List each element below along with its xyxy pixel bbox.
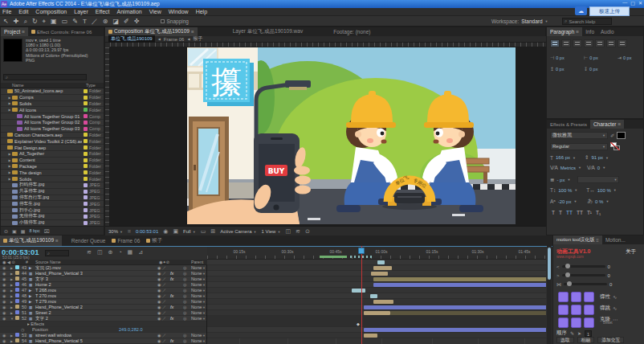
layer-row[interactable]: ◉▶53▦street wall window◉ ／◎None▼ xyxy=(0,333,206,338)
snapping-checkbox[interactable] xyxy=(161,19,165,23)
shape-tool[interactable]: ▭ xyxy=(62,16,68,27)
layer-duration-bar[interactable] xyxy=(371,272,388,276)
align-right-button[interactable] xyxy=(573,39,582,47)
chevron-down-icon[interactable]: ▼ xyxy=(202,282,206,288)
menu-composition[interactable]: Composition xyxy=(35,9,67,14)
layer-row[interactable]: ◉▶48▶T 270.mov◉ ／fx◎None▼ xyxy=(0,293,206,299)
vertical-scale-value[interactable]: 100 % xyxy=(558,188,572,193)
fx-badge[interactable]: fx xyxy=(170,305,173,310)
layer-duration-bar[interactable] xyxy=(352,289,365,293)
layer-duration-bar[interactable] xyxy=(364,328,546,332)
layer-duration-bar[interactable] xyxy=(373,277,546,281)
switch-icons[interactable]: ◉ ／ xyxy=(157,293,166,299)
ease-both-slider-knob[interactable] xyxy=(567,281,572,286)
justify-last-right-button[interactable] xyxy=(606,39,616,47)
space-before-field[interactable]: ↥0 px xyxy=(550,66,564,72)
effects-group-label[interactable]: ▸ Effects xyxy=(27,321,44,327)
time-ruler[interactable]: 00:15s00:30s00:45s01:00s01:15s01:30s01:4… xyxy=(207,247,546,260)
layer-name[interactable]: T 270.mov xyxy=(35,293,56,299)
project-item-row[interactable]: ▶CompsFolder xyxy=(1,95,104,101)
layer-name[interactable]: T 268.mov xyxy=(35,288,56,293)
new-folder-icon[interactable]: ▣ xyxy=(12,228,17,234)
motion-grid-cell[interactable] xyxy=(571,292,581,302)
chevron-down-icon[interactable]: ▼ xyxy=(202,265,206,271)
parent-value[interactable]: None xyxy=(191,310,202,316)
tab-layer[interactable]: Layer 单位飞,成品190109.wav xyxy=(230,27,306,36)
breadcrumb-sub[interactable]: 猴子 xyxy=(194,35,203,43)
interpret-footage-icon[interactable]: ⊙ xyxy=(4,228,8,234)
resolution-select[interactable]: Full▼ xyxy=(183,229,196,234)
twirl-icon[interactable]: ▶ xyxy=(10,299,13,305)
workspace-selector[interactable]: Workspace: Standard ▼ xyxy=(491,16,548,27)
current-time-indicator-line[interactable] xyxy=(361,246,362,344)
eye-icon[interactable]: ◉ xyxy=(2,265,6,271)
fx-badge[interactable]: fx xyxy=(170,276,173,282)
selection-tool[interactable]: ↖ xyxy=(3,16,9,27)
breadcrumb-comp[interactable]: 单位飞,成品190109 xyxy=(108,35,155,43)
project-search-input[interactable]: ⌕ xyxy=(3,74,87,80)
motion-grid-cell[interactable] xyxy=(584,305,594,315)
magnification-select[interactable]: 30%▼ xyxy=(108,229,123,234)
eye-icon[interactable]: ◉ xyxy=(2,338,6,344)
layer-row[interactable]: ◉▶50▦Hand_Phone_Vertical 2◉ ／fx◎None▼ xyxy=(0,305,206,310)
ease-out-slider-track[interactable] xyxy=(562,274,605,276)
faux-style-button[interactable]: T xyxy=(552,210,555,215)
parent-value[interactable]: None xyxy=(191,271,202,276)
fx-badge[interactable]: fx xyxy=(170,338,173,344)
scrollbar-thumb[interactable] xyxy=(548,248,551,280)
eraser-tool[interactable]: ◪ xyxy=(113,16,120,27)
label-color-chip[interactable] xyxy=(84,121,88,125)
label-color-chip[interactable] xyxy=(15,299,19,303)
twirl-icon[interactable]: ▶ xyxy=(10,293,13,299)
maximize-button[interactable]: ▢ xyxy=(630,0,635,6)
label-color-chip[interactable] xyxy=(84,190,88,194)
chevron-down-icon[interactable]: ▼ xyxy=(202,299,206,305)
eye-icon[interactable]: ◉ xyxy=(2,282,6,288)
roto-brush-tool[interactable]: ✐ xyxy=(124,16,129,27)
eyedropper-icon[interactable]: ✐ xyxy=(610,133,614,139)
parent-value[interactable]: None xyxy=(191,338,202,344)
project-item-row[interactable]: ▶The designFolder xyxy=(1,170,104,176)
eye-icon[interactable]: ◉ xyxy=(2,333,6,338)
parent-value[interactable]: None xyxy=(191,288,202,293)
motion-grid-cell[interactable] xyxy=(571,317,581,328)
column-name[interactable]: Name xyxy=(12,83,24,88)
layer-name[interactable]: 文字 3 xyxy=(35,276,48,282)
twirl-icon[interactable]: ▼ xyxy=(10,316,14,321)
label-color-chip[interactable] xyxy=(84,145,88,149)
pickwhip-icon[interactable]: ◎ xyxy=(183,271,186,276)
timeline-search-input[interactable]: ⌕ xyxy=(45,250,69,256)
chevron-down-icon[interactable]: ▼ xyxy=(202,293,206,299)
label-color-chip[interactable] xyxy=(15,271,19,275)
faux-style-button[interactable]: T¹ xyxy=(587,210,592,215)
view-layout-select[interactable]: 1 View▼ xyxy=(262,229,281,234)
order-count-field[interactable]: 1 xyxy=(585,330,592,337)
pickwhip-icon[interactable]: ◎ xyxy=(183,333,186,338)
eye-icon[interactable]: ◉ xyxy=(2,276,6,282)
layer-duration-bar[interactable] xyxy=(364,311,390,315)
label-color-chip[interactable] xyxy=(84,114,88,118)
label-color-chip[interactable] xyxy=(84,183,88,187)
faux-style-button[interactable]: T xyxy=(559,210,562,215)
color-depth-button[interactable]: 8 bpc xyxy=(29,228,39,233)
tab-project[interactable]: Project≡ xyxy=(1,27,28,36)
justify-all-button[interactable] xyxy=(618,39,627,47)
workspace-value[interactable]: Standard xyxy=(521,18,542,24)
trash-icon[interactable]: ⌧ xyxy=(44,228,50,234)
ease-both-slider-track[interactable] xyxy=(564,283,607,285)
label-color-chip[interactable] xyxy=(84,221,88,225)
pickwhip-icon[interactable]: ◎ xyxy=(183,276,186,282)
horizontal-scale-value[interactable]: 100 % xyxy=(597,188,611,193)
search-help-input[interactable]: ⌕ Search Help xyxy=(562,18,612,25)
kerning-value[interactable]: Metrics xyxy=(560,166,576,170)
tracking-value[interactable]: 0 xyxy=(597,166,600,170)
layer-duration-bar[interactable] xyxy=(364,334,377,338)
switch-icons[interactable]: ◉ ／ xyxy=(157,271,166,276)
panel-menu-icon[interactable]: ≡ xyxy=(22,29,25,35)
pickwhip-icon[interactable]: ◎ xyxy=(183,299,186,305)
twirl-icon[interactable]: ▶ xyxy=(10,276,13,282)
parent-value[interactable]: None xyxy=(191,299,202,305)
cursor-icon[interactable]: ➤ xyxy=(577,330,581,336)
label-color-chip[interactable] xyxy=(15,288,19,292)
faux-style-button[interactable]: T₁ xyxy=(596,210,601,215)
